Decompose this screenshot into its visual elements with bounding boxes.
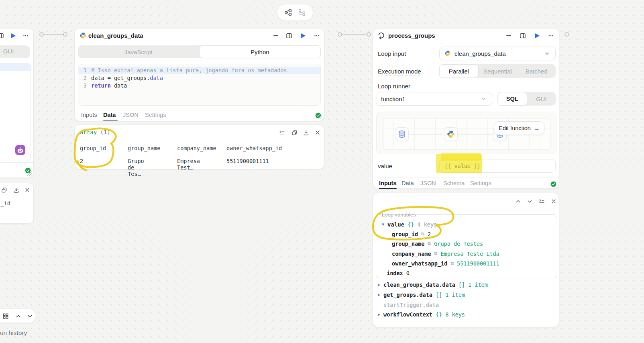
node-header[interactable]: clean_groups_data [75, 29, 324, 42]
ai-bot-icon[interactable] [15, 145, 25, 155]
value-variable-row[interactable]: ▼ value {} 4 keys [382, 220, 437, 229]
tab-inputs[interactable]: Inputs [379, 180, 397, 186]
value-input[interactable]: {{ value }} [439, 159, 556, 173]
context-item-row[interactable]: ▶ clean_groups_data.data [] 1 item [378, 281, 488, 289]
grid-icon[interactable] [2, 312, 9, 320]
variable-row[interactable]: group_name ⧉ Grupo de Testes [392, 240, 483, 248]
expand-triangle-icon[interactable]: ▶ [378, 291, 380, 299]
run-node-button[interactable] [534, 32, 541, 39]
more-options-icon[interactable] [313, 32, 320, 39]
copy-icon[interactable] [291, 129, 298, 136]
tab-settings[interactable]: Settings [470, 180, 491, 186]
expand-triangle-icon[interactable]: ▼ [382, 220, 384, 229]
connector-port[interactable] [367, 32, 371, 37]
arrow-right-icon: → [534, 125, 540, 132]
close-icon[interactable] [314, 129, 321, 136]
database-node[interactable] [395, 127, 409, 141]
horizontal-flow-icon[interactable] [285, 9, 292, 16]
download-icon[interactable] [302, 129, 310, 136]
resize-handle[interactable] [318, 115, 322, 119]
column-header[interactable]: group_name [128, 145, 160, 151]
resize-handle[interactable] [27, 172, 32, 176]
loop-runner-select[interactable]: function1 [376, 92, 492, 106]
tab-settings[interactable]: Settings [145, 112, 166, 118]
loop-variables-label: Loop variables [382, 212, 416, 218]
code-editor-partial[interactable] [0, 63, 31, 161]
runner-gui-tab[interactable]: GUI [527, 92, 556, 106]
loop-icon [377, 31, 385, 40]
panel-columns-icon[interactable] [519, 32, 526, 39]
code-line: 2 data = get_groups.data [78, 74, 320, 82]
code-editor[interactable]: 1 # Isso extrai apenas a lista pura, jog… [78, 64, 321, 106]
edit-function-button[interactable]: Edit function → [494, 121, 544, 135]
column-header[interactable]: group_id [80, 145, 106, 151]
mode-sequential[interactable]: Sequential [479, 64, 517, 78]
process-groups-node: process_groups Loop input clean_groups_d… [373, 28, 559, 189]
format-list-icon[interactable] [538, 198, 545, 205]
column-header[interactable]: owner_whatsapp_id [226, 145, 282, 151]
run-node-button[interactable] [300, 32, 307, 39]
run-history-label[interactable]: un history [0, 329, 27, 337]
execution-mode-toggle: Parallel Sequential Batched [439, 64, 556, 78]
connector-port[interactable] [63, 32, 67, 37]
tab-inputs[interactable]: Inputs [81, 112, 97, 118]
node-header[interactable]: process_groups [373, 29, 559, 42]
tab-schema[interactable]: Schema [443, 180, 465, 186]
close-icon[interactable] [24, 186, 31, 194]
copy-icon[interactable]: ⧉ [450, 259, 454, 267]
more-options-icon[interactable] [547, 32, 554, 39]
context-item-row[interactable]: ▶ get_groups.data [] 1 item [378, 291, 465, 299]
more-options-icon[interactable] [22, 32, 29, 39]
gui-tab-label[interactable]: GUI [0, 48, 20, 55]
copy-icon[interactable] [0, 186, 8, 194]
vertical-flow-icon[interactable] [298, 9, 306, 16]
left-node-panel: GUI [0, 28, 34, 178]
runner-sql-tab[interactable]: SQL [497, 92, 527, 106]
workflow-canvas[interactable]: GUI _id [0, 0, 644, 343]
connector-port[interactable] [338, 32, 342, 37]
variable-row[interactable]: group_id ⧉ 2 [392, 230, 431, 238]
index-variable-row[interactable]: index 0 [387, 269, 410, 277]
tab-data[interactable]: Data [401, 180, 414, 186]
run-node-button[interactable] [10, 32, 17, 39]
panel-columns-icon[interactable] [285, 32, 293, 39]
cell-company-name: Empresa Test… [177, 158, 200, 171]
result-table-panel: array (1) group_id group_name company_na… [74, 125, 324, 169]
chevron-down-icon[interactable] [526, 198, 533, 205]
copy-icon[interactable]: ⧉ [421, 230, 424, 238]
chevron-up-icon[interactable] [514, 198, 522, 205]
mode-parallel[interactable]: Parallel [439, 64, 479, 78]
tab-javascript[interactable]: JavaScript [78, 45, 199, 58]
expand-triangle-icon[interactable]: ▶ [378, 281, 380, 289]
connector-port[interactable] [565, 32, 569, 37]
download-icon[interactable] [12, 186, 20, 194]
mode-batched[interactable]: Batched [517, 64, 556, 78]
expand-triangle-icon[interactable]: ▶ [378, 310, 380, 318]
chevron-down-icon[interactable] [26, 312, 33, 320]
loop-runner-label: Loop runner [378, 83, 410, 90]
copy-icon[interactable]: ⧉ [434, 250, 438, 258]
tab-json[interactable]: JSON [123, 112, 139, 118]
copy-icon[interactable]: ⧉ [428, 240, 431, 248]
context-item-row[interactable]: ▶ workflowContext {} 8 keys [378, 310, 465, 318]
tab-json[interactable]: JSON [420, 180, 436, 186]
tab-python[interactable]: Python [199, 45, 321, 58]
connector-port[interactable] [39, 32, 44, 37]
format-list-icon[interactable] [278, 129, 285, 136]
connector-wire [42, 34, 66, 35]
cell-group-id: 2 [80, 158, 83, 164]
function-diagram[interactable]: Edit function → [376, 112, 556, 154]
chevron-up-icon[interactable] [14, 312, 22, 320]
variable-row[interactable]: owner_whatsapp_id ⧉ 5511900001111 [392, 259, 499, 267]
minimize-icon[interactable] [272, 32, 279, 39]
loop-input-select[interactable]: clean_groups_data [439, 47, 556, 60]
connector-wire [340, 34, 369, 35]
panel-columns-icon[interactable] [0, 32, 4, 39]
variable-row[interactable]: company_name ⧉ Empresa Teste Ltda [392, 250, 499, 258]
context-item-row[interactable]: startTrigger.data [383, 301, 439, 309]
column-header[interactable]: company_name [177, 145, 216, 151]
close-icon[interactable] [550, 198, 557, 205]
minimize-icon[interactable] [505, 32, 512, 39]
tab-data[interactable]: Data [103, 112, 116, 118]
python-function-node[interactable] [444, 127, 458, 141]
